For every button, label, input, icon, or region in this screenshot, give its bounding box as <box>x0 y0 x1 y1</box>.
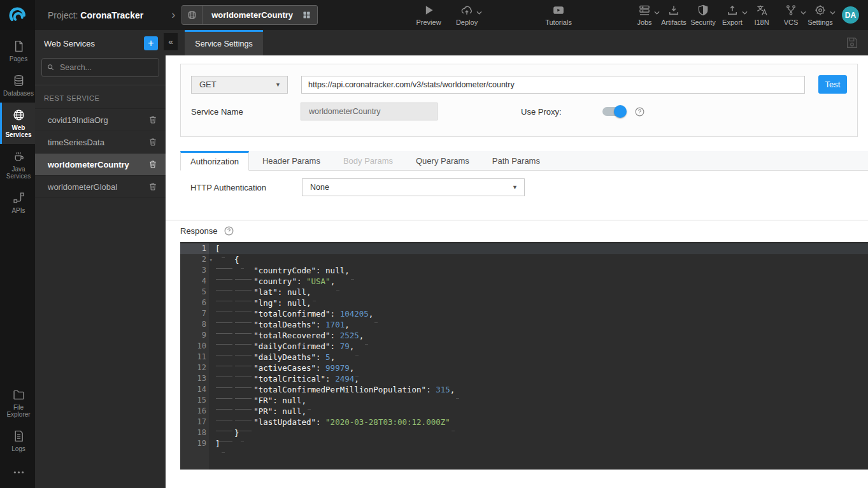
topbar-action-export[interactable]: Export <box>718 4 746 26</box>
use-proxy-toggle[interactable] <box>602 107 625 116</box>
topbar-action-tutorials[interactable]: Tutorials <box>544 4 573 26</box>
tab-path-params[interactable]: Path Params <box>483 151 550 171</box>
gutter-line-number: 4 <box>180 276 209 287</box>
http-authentication-select[interactable]: None ▼ <box>302 178 525 196</box>
gutter-line-number: 16 <box>180 406 209 417</box>
gutter-line-number: 19 <box>180 438 209 449</box>
delete-service-icon[interactable] <box>148 137 158 147</box>
folder-icon <box>12 388 25 401</box>
sidebar-item-file-explorer[interactable]: File Explorer <box>0 382 35 424</box>
topbar-action-label: Export <box>722 18 743 26</box>
gutter-line-number: 13 <box>180 373 209 384</box>
code-line-text: "totalDeaths": 1701, <box>209 319 868 330</box>
params-tab-bar: AuthorizationHeader ParamsBody ParamsQue… <box>180 151 868 171</box>
code-line-5: 5"lat": null, <box>180 287 868 298</box>
code-line-15: 15"FR": null, <box>180 395 868 406</box>
service-tab-chip[interactable]: worldometerCountry <box>181 5 318 25</box>
response-help-icon[interactable] <box>224 226 234 236</box>
topbar-action-security[interactable]: Security <box>689 4 717 26</box>
avatar[interactable]: DA <box>842 6 859 24</box>
code-line-6: 6"lng": null, <box>180 298 868 308</box>
project-breadcrumb: Project: CoronaTracker <box>48 10 143 20</box>
code-line-text: "activeCases": 99979, <box>209 362 868 373</box>
code-line-2: 2▾{ <box>180 254 868 265</box>
topbar-action-settings[interactable]: Settings <box>806 4 834 26</box>
test-button[interactable]: Test <box>818 75 847 94</box>
code-line-19: 19] <box>180 438 868 449</box>
save-icon[interactable] <box>845 36 859 50</box>
sidebar-item-pages[interactable]: Pages <box>0 34 35 68</box>
topbar-action-label: I18N <box>754 18 769 26</box>
gutter-line-number: 9 <box>180 330 209 341</box>
delete-service-icon[interactable] <box>148 115 158 125</box>
delete-service-icon[interactable] <box>148 182 158 192</box>
code-line-11: 11"dailyDeaths": 5, <box>180 352 868 362</box>
use-proxy-label: Use Proxy: <box>521 107 562 117</box>
code-line-18: 18} <box>180 427 868 438</box>
gutter-line-number: 8 <box>180 319 209 330</box>
chevron-down-icon <box>742 11 748 15</box>
code-line-17: 17"lastUpdated": "2020-03-28T03:00:12.00… <box>180 417 868 427</box>
code-line-text: ] <box>209 438 868 449</box>
proxy-help-icon[interactable] <box>634 106 645 117</box>
jobs-icon <box>638 4 651 17</box>
select-arrow-icon: ▼ <box>275 82 281 88</box>
add-service-button[interactable]: + <box>144 36 158 50</box>
gutter-line-number: 10 <box>180 341 209 352</box>
toggle-knob <box>614 105 627 118</box>
wavemaker-logo[interactable] <box>0 0 35 30</box>
code-line-8: 8"totalDeaths": 1701, <box>180 319 868 330</box>
service-name-input[interactable] <box>301 103 438 120</box>
topbar-action-deploy[interactable]: Deploy <box>453 4 481 26</box>
http-method-value: GET <box>199 80 217 89</box>
gutter-line-number: 5 <box>180 287 209 298</box>
service-item-worldometercountry[interactable]: worldometerCountry <box>35 154 166 176</box>
response-label: Response <box>180 226 218 236</box>
service-item-timeseriesdata[interactable]: timeSeriesData <box>35 131 166 154</box>
sidebar-item-web-services[interactable]: Web Services <box>0 103 35 144</box>
security-icon <box>697 4 709 17</box>
gutter-line-number: 3 <box>180 265 209 276</box>
collapse-panel-button[interactable]: « <box>164 33 178 50</box>
request-url-input[interactable] <box>301 76 805 94</box>
search-icon <box>46 63 55 71</box>
service-item-covid19indiaorg[interactable]: covid19IndiaOrg <box>35 109 166 131</box>
gutter-line-number: 11 <box>180 352 209 362</box>
topbar-action-i18n[interactable]: I18N <box>748 4 776 26</box>
delete-service-icon[interactable] <box>148 159 158 169</box>
topbar-action-label: Artifacts <box>661 18 687 26</box>
main-tab-bar: Service Settings <box>166 30 868 55</box>
more-options-button[interactable] <box>0 458 35 488</box>
service-item-worldometerglobal[interactable]: worldometerGlobal <box>35 176 166 198</box>
apis-icon <box>12 191 25 205</box>
http-method-select[interactable]: GET ▼ <box>191 76 288 94</box>
topbar-action-label: Deploy <box>456 18 478 26</box>
sidebar-item-databases[interactable]: Databases <box>0 68 35 103</box>
chevron-down-icon <box>654 11 660 15</box>
topbar-action-jobs[interactable]: Jobs <box>630 4 658 26</box>
tab-query-params[interactable]: Query Params <box>406 151 479 171</box>
sidebar-item-java-services[interactable]: Java Services <box>0 144 35 185</box>
grid-icon[interactable] <box>302 10 317 20</box>
code-line-14: 14"totalConfirmedPerMillionPopulation": … <box>180 384 868 395</box>
sidebar-item-logs[interactable]: Logs <box>0 424 35 458</box>
tab-header-params[interactable]: Header Params <box>253 151 330 171</box>
search-input[interactable] <box>41 58 159 77</box>
code-line-text: "totalConfirmed": 104205, <box>209 308 868 319</box>
topbar-action-label: Security <box>690 18 716 26</box>
tab-service-settings[interactable]: Service Settings <box>185 30 263 55</box>
service-name-label: Service Name <box>191 107 301 117</box>
response-code-editor[interactable]: 1▾[2▾{3"countryCode": null,4"country": "… <box>180 242 868 470</box>
topbar-action-vcs[interactable]: VCS <box>777 4 805 26</box>
gutter-line-number: 14 <box>180 384 209 395</box>
service-chip-label: worldometerCountry <box>203 10 302 20</box>
sidebar-item-apis[interactable]: APIs <box>0 185 35 220</box>
topbar-action-artifacts[interactable]: Artifacts <box>660 4 688 26</box>
tab-authorization[interactable]: Authorization <box>180 151 249 171</box>
topbar-action-label: Jobs <box>637 18 651 26</box>
gutter-line-number: 6 <box>180 298 209 308</box>
code-line-text: "country": "USA", <box>209 276 868 287</box>
topbar-action-preview[interactable]: Preview <box>415 4 443 26</box>
request-config-box: GET ▼ Test Service Name Use Proxy: <box>180 64 858 137</box>
gutter-filler <box>180 449 868 470</box>
